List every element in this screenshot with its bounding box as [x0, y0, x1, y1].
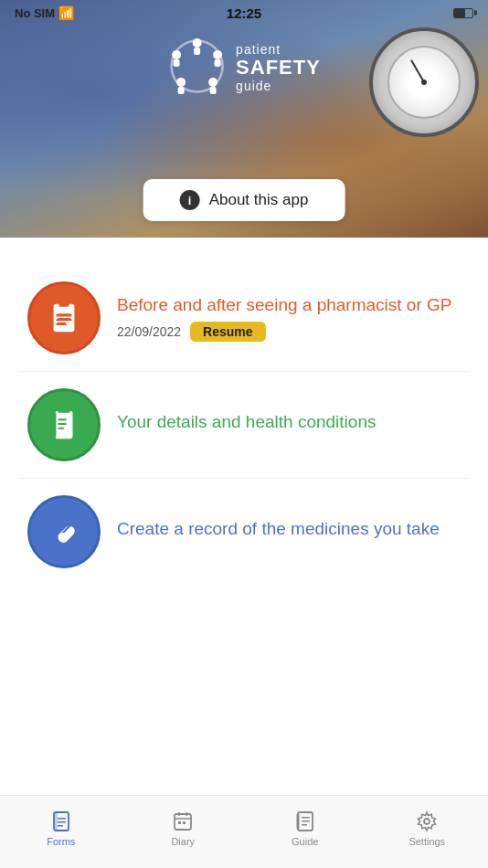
logo-text: patient SAFETY guide — [236, 43, 321, 93]
svg-rect-39 — [302, 817, 310, 819]
svg-rect-38 — [183, 821, 186, 824]
wifi-icon: 📶 — [58, 5, 74, 20]
pharmacist-meta: 22/09/2022 Resume — [117, 322, 461, 342]
svg-rect-18 — [57, 323, 66, 324]
svg-rect-4 — [215, 59, 221, 67]
menu-item-medicines[interactable]: Create a record of the medicines you tak… — [18, 479, 470, 585]
pharmacist-date: 22/09/2022 — [117, 324, 181, 339]
svg-rect-35 — [186, 812, 187, 816]
forms-tab-icon — [49, 810, 73, 833]
status-time: 12:25 — [227, 5, 261, 21]
details-title: Your details and health conditions — [117, 411, 461, 434]
logo-line3: guide — [236, 79, 321, 93]
resume-badge[interactable]: Resume — [190, 322, 265, 342]
svg-point-5 — [208, 78, 217, 87]
settings-tab-label: Settings — [408, 836, 445, 847]
menu-item-pharmacist[interactable]: Before and after seeing a pharmacist or … — [18, 265, 470, 372]
diary-tab-icon — [171, 810, 195, 833]
pharmacist-title: Before and after seeing a pharmacist or … — [117, 294, 461, 317]
svg-rect-41 — [302, 824, 307, 826]
menu-list: Before and after seeing a pharmacist or … — [0, 238, 488, 612]
page-wrapper: No SIM 📶 12:25 — [0, 0, 488, 868]
status-right — [453, 8, 473, 18]
svg-rect-31 — [58, 821, 66, 823]
svg-rect-21 — [53, 413, 57, 438]
clipboard-icon — [47, 301, 81, 335]
svg-point-3 — [213, 50, 222, 59]
tab-settings[interactable]: Settings — [366, 810, 489, 854]
battery-icon — [453, 8, 473, 18]
svg-point-9 — [172, 50, 181, 59]
medicines-text-area: Create a record of the medicines you tak… — [117, 518, 461, 546]
details-icon-circle — [27, 388, 101, 461]
guide-tab-icon — [293, 810, 317, 833]
svg-rect-2 — [194, 48, 200, 55]
pharmacist-icon-circle — [27, 281, 101, 355]
svg-rect-40 — [302, 820, 310, 822]
tab-forms[interactable]: Forms — [0, 810, 122, 854]
medicines-icon-circle — [27, 495, 101, 568]
svg-rect-17 — [57, 318, 70, 320]
svg-point-7 — [176, 78, 186, 87]
svg-rect-32 — [58, 825, 63, 827]
svg-point-42 — [424, 819, 430, 824]
svg-rect-24 — [58, 428, 64, 429]
svg-rect-12 — [58, 302, 69, 307]
svg-rect-29 — [54, 812, 58, 831]
status-bar: No SIM 📶 12:25 — [0, 0, 488, 24]
svg-rect-16 — [57, 313, 70, 315]
forms-tab-label: Forms — [47, 836, 75, 847]
gauge-inner — [387, 46, 461, 119]
svg-point-1 — [193, 38, 202, 48]
diary-tab-label: Diary — [171, 836, 195, 847]
hero-section: No SIM 📶 12:25 — [0, 0, 488, 238]
svg-rect-22 — [58, 418, 67, 420]
tab-bar: Forms Diary — [0, 795, 488, 868]
logo-line1: patient — [236, 43, 321, 57]
svg-rect-37 — [178, 821, 181, 824]
status-carrier: No SIM 📶 — [15, 5, 74, 20]
svg-rect-6 — [210, 87, 217, 94]
pharmacist-text-area: Before and after seeing a pharmacist or … — [117, 294, 461, 343]
book-icon — [47, 408, 81, 442]
gauge-decoration — [369, 27, 479, 137]
details-text-area: Your details and health conditions — [117, 411, 461, 439]
main-content: Before and after seeing a pharmacist or … — [0, 238, 488, 685]
menu-item-details[interactable]: Your details and health conditions — [18, 372, 470, 479]
info-icon: i — [180, 190, 200, 210]
logo-line2: SAFETY — [236, 57, 321, 79]
tab-guide[interactable]: Guide — [244, 810, 366, 854]
about-btn-label: About this app — [209, 191, 309, 209]
tab-diary[interactable]: Diary — [122, 810, 245, 854]
pill-icon — [47, 514, 81, 549]
svg-rect-10 — [174, 59, 180, 67]
svg-rect-30 — [58, 818, 66, 820]
svg-rect-20 — [58, 409, 69, 413]
logo-area: patient SAFETY guide — [167, 37, 321, 100]
medicines-title: Create a record of the medicines you tak… — [117, 518, 461, 541]
svg-rect-23 — [58, 423, 67, 425]
guide-tab-label: Guide — [292, 836, 318, 847]
settings-tab-icon — [415, 810, 439, 833]
svg-rect-34 — [178, 812, 180, 816]
svg-rect-8 — [178, 87, 185, 94]
about-app-button[interactable]: i About this app — [143, 179, 345, 221]
logo-circles-icon — [167, 37, 227, 100]
